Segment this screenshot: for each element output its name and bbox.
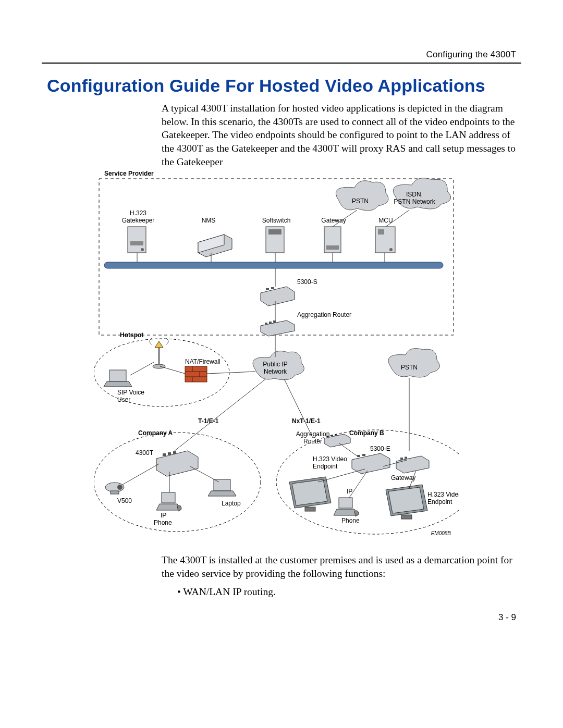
label-agg-router-sp: Aggregation Router — [297, 311, 351, 318]
phone-icon — [334, 498, 359, 516]
paragraph-2: The 4300T is installed at the customer p… — [162, 553, 516, 580]
server-icon — [375, 227, 395, 253]
label-nms: NMS — [202, 217, 216, 224]
monitor-icon — [289, 477, 331, 511]
page-number: 3 - 9 — [498, 612, 516, 623]
header-right: Configuring the 4300T — [426, 50, 516, 60]
svg-point-43 — [94, 433, 261, 532]
svg-line-36 — [130, 362, 154, 375]
svg-line-37 — [160, 366, 185, 374]
label-h323-2: Gatekeeper — [122, 217, 155, 224]
label-ipphoneB2: Phone — [341, 517, 360, 524]
label-sip1: SIP Voice — [117, 389, 144, 396]
camera-icon — [105, 483, 124, 494]
label-service-provider: Service Provider — [104, 170, 154, 177]
switch-icon — [352, 453, 390, 474]
label-5300s: 5300-S — [297, 278, 317, 286]
antenna-icon — [150, 338, 168, 368]
laptop-icon — [208, 479, 236, 496]
svg-rect-51 — [214, 479, 230, 491]
svg-rect-46 — [173, 451, 176, 454]
label-pstn: PSTN — [352, 198, 369, 205]
svg-rect-64 — [339, 498, 352, 508]
server-icon — [266, 227, 284, 253]
label-ipphoneA2: Phone — [154, 519, 172, 526]
svg-rect-13 — [104, 262, 443, 268]
router-icon — [261, 320, 295, 336]
svg-rect-63 — [305, 507, 315, 511]
phone-icon — [156, 492, 181, 511]
router-icon — [396, 456, 429, 473]
server-icon — [198, 235, 232, 257]
svg-line-54 — [190, 466, 219, 482]
svg-rect-2 — [130, 241, 143, 245]
svg-rect-49 — [111, 491, 119, 494]
label-gateway-sp: Gateway — [321, 217, 346, 224]
svg-rect-67 — [401, 515, 412, 519]
laptop-icon — [104, 370, 132, 387]
svg-line-69 — [349, 471, 368, 498]
svg-rect-35 — [109, 370, 126, 381]
bullet-1: WAN/LAN IP routing. — [177, 586, 276, 598]
intro-paragraph: A typical 4300T installation for hosted … — [162, 102, 516, 169]
label-h323epA2: Endpoint — [313, 463, 338, 470]
firewall-icon — [185, 366, 207, 382]
label-isdn2: PSTN Network — [394, 198, 435, 205]
svg-rect-23 — [265, 323, 267, 325]
label-5300e: 5300-E — [370, 445, 390, 452]
svg-point-3 — [141, 248, 144, 251]
svg-line-61 — [339, 443, 357, 456]
page: Configuring the 4300T Configuration Guid… — [0, 0, 563, 728]
monitor-icon — [386, 485, 427, 519]
svg-rect-20 — [266, 288, 269, 290]
router-icon — [324, 434, 350, 447]
label-h323epB2: Endpoint — [427, 498, 452, 505]
diagram-id: EM008B — [431, 530, 451, 536]
svg-rect-10 — [378, 229, 384, 235]
label-isdn1: ISDN, — [406, 191, 423, 198]
label-ipphoneA1: IP — [161, 512, 166, 519]
router-icon — [156, 451, 198, 476]
svg-rect-7 — [326, 245, 339, 250]
label-pstn2: PSTN — [401, 364, 418, 371]
svg-point-48 — [117, 485, 123, 490]
label-pubip2: Network — [264, 368, 287, 375]
svg-point-11 — [389, 248, 393, 251]
svg-rect-25 — [273, 320, 276, 323]
svg-rect-59 — [357, 455, 360, 457]
svg-rect-50 — [162, 492, 175, 503]
page-title: Configuration Guide For Hosted Video App… — [47, 76, 485, 96]
label-sip2: User — [117, 396, 130, 403]
label-h323-1: H.323 — [130, 209, 146, 217]
label-hotspot: Hotspot — [120, 331, 143, 339]
pstn-cloud2-icon — [388, 349, 439, 377]
label-pubip1: Public IP — [263, 361, 287, 368]
svg-rect-66 — [405, 457, 407, 459]
server-icon — [324, 227, 341, 253]
svg-point-28 — [153, 364, 165, 368]
label-4300t: 4300T — [136, 449, 154, 456]
label-nxt1e1: NxT-1/E-1 — [292, 417, 321, 425]
svg-line-68 — [318, 469, 365, 482]
bus-line-icon — [104, 262, 443, 268]
label-agg1: Aggregation — [296, 430, 330, 438]
label-v500: V500 — [117, 497, 132, 504]
svg-rect-65 — [400, 458, 403, 460]
label-laptop: Laptop — [222, 500, 241, 507]
svg-rect-45 — [168, 452, 171, 455]
label-h323epB1: H.323 Video — [427, 491, 459, 498]
server-icon — [128, 227, 146, 253]
network-diagram: Service Provider PSTN ISDN, PSTN Network… — [94, 169, 459, 539]
svg-line-52 — [123, 464, 159, 485]
svg-rect-60 — [362, 454, 365, 456]
svg-rect-21 — [271, 287, 274, 289]
isdn-cloud-icon: ISDN, PSTN Network — [393, 178, 450, 209]
svg-line-41 — [284, 379, 313, 438]
svg-rect-5 — [268, 229, 282, 235]
switch-icon — [261, 287, 295, 306]
label-h323epA1: H.323 Video — [313, 455, 347, 463]
label-softswitch: Softswitch — [262, 217, 291, 224]
label-natfw: NAT/Firewall — [185, 358, 221, 365]
label-companyB: Company B — [349, 429, 384, 437]
svg-line-38 — [207, 372, 255, 374]
